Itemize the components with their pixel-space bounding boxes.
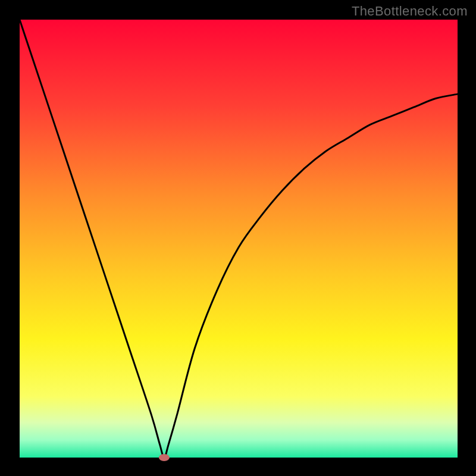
plot-background xyxy=(20,20,458,458)
bottleneck-chart xyxy=(0,0,476,476)
watermark-text: TheBottleneck.com xyxy=(352,4,468,19)
minimum-marker xyxy=(159,454,170,461)
chart-container: TheBottleneck.com xyxy=(0,0,476,476)
